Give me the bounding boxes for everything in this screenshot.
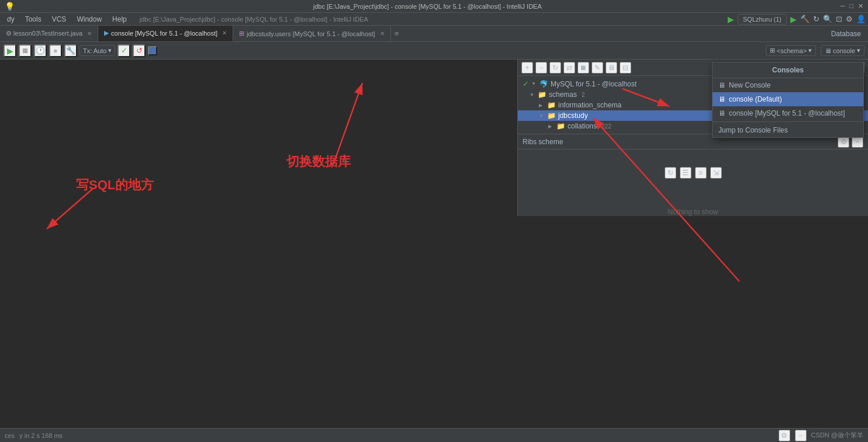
consoles-title: Consoles [713, 62, 863, 78]
consoles-item-mysql[interactable]: 🖥 console [MySQL for 5.1 - @localhost] [713, 106, 863, 120]
tree-icon-mysql: 🐬 [540, 80, 548, 88]
svg-line-2 [47, 188, 94, 229]
ribs-icons-row: ↻ ☰ ≡ ⇲ [518, 149, 868, 196]
tree-badge-schemas: 2 [582, 92, 585, 98]
menu-bar: dy Tools VCS Window Help jdbc [E:\Java_P… [0, 13, 868, 26]
tree-arrow-collations: ▶ [548, 124, 554, 129]
tree-arrow-info: ▶ [539, 103, 545, 108]
stop-button[interactable]: ⏹ [19, 44, 32, 57]
console-label: console [833, 47, 855, 54]
tab-overflow-btn[interactable]: ≡ [391, 26, 403, 41]
jump-console-label: Jump to Console Files [718, 126, 788, 134]
title-bar-title: jdbc [E:\Java_Project\jdbc] - console [M… [15, 3, 841, 10]
ribs-icon-group: ↻ ☰ ≡ ⇲ [665, 167, 722, 179]
color-button[interactable] [148, 46, 157, 55]
top-right-toolbar: ▶ SQLzhuru (1) ▶ 🔨 ↻ 🔍 ⊡ ⚙ 👤 [728, 14, 866, 25]
run-btn-icon[interactable]: ▶ [790, 15, 797, 24]
consoles-item-default[interactable]: 🖥 console (Default) [713, 92, 863, 106]
tabs-bar: ⚙ lesson03\TestInsert.java ✕ ▶ console [… [0, 26, 868, 42]
status-minus-btn[interactable]: − [795, 430, 807, 441]
status-left: ces y in 2 s 168 ms [5, 432, 63, 439]
tab-testinsert[interactable]: ⚙ lesson03\TestInsert.java ✕ [0, 26, 98, 41]
new-console-icon: 🖥 [718, 81, 725, 89]
tree-arrow-root: ▼ [531, 81, 537, 86]
db-edit-btn[interactable]: ✎ [592, 62, 603, 74]
ribs-list-btn[interactable]: ☰ [680, 167, 691, 179]
title-bar: 💡 jdbc [E:\Java_Project\jdbc] - console … [0, 0, 868, 13]
close-button[interactable]: ✕ [858, 2, 863, 10]
db-remove-btn[interactable]: − [535, 62, 547, 74]
run-button[interactable]: ▶ [4, 44, 16, 57]
schema-chevron: ▾ [808, 47, 812, 54]
run-icon[interactable]: ▶ [728, 15, 734, 24]
console-selector[interactable]: 🖥 console ▾ Consoles 🖥 New Console 🖥 con… [821, 45, 864, 56]
tree-arrow-schemas: ▼ [530, 92, 535, 98]
tab-jdbcstudy-label: jdbcstudy.users [MySQL for 5.1 - @localh… [247, 30, 375, 37]
maximize-button[interactable]: □ [849, 2, 853, 10]
search-icon[interactable]: 🔍 [823, 15, 832, 23]
editor-area[interactable]: 写SQL的地方 切换数据库 [0, 60, 517, 428]
wrench-button[interactable]: 🔧 [64, 44, 77, 57]
status-brand: CSDN @做个笨羊 [811, 431, 863, 440]
user-icon[interactable]: 👤 [856, 15, 866, 23]
default-console-icon: 🖥 [718, 95, 725, 103]
ribs-list2-btn[interactable]: ≡ [695, 167, 707, 179]
db-sync-btn[interactable]: ⇄ [563, 62, 575, 74]
schema-label: <schema> [777, 47, 807, 54]
commit-button[interactable]: ✓ [117, 44, 130, 57]
editor-content[interactable]: 写SQL的地方 切换数据库 [0, 60, 517, 428]
tab-database-label[interactable]: Database [824, 26, 868, 41]
build-icon[interactable]: 🔨 [800, 15, 810, 23]
svg-line-3 [333, 83, 362, 165]
console-chevron: ▾ [857, 47, 860, 54]
menu-item-help[interactable]: Help [108, 14, 132, 25]
tree-icon-info: 📁 [547, 101, 556, 109]
ribs-refresh-btn[interactable]: ↻ [665, 167, 676, 179]
tab-jdbcstudy-close[interactable]: ✕ [380, 30, 385, 37]
db-refresh-btn[interactable]: ↻ [549, 62, 561, 74]
title-bar-controls: ─ □ ✕ [841, 2, 863, 10]
tab-console-close[interactable]: ✕ [222, 30, 227, 36]
tab-console-label: console [MySQL for 5.1 - @localhost] [111, 30, 217, 37]
rollback-button[interactable]: ↺ [133, 44, 146, 57]
menu-item-tools[interactable]: Tools [20, 14, 46, 25]
status-text1: ces [5, 432, 15, 439]
tree-icon-schemas: 📁 [538, 91, 547, 99]
tree-icon-jdbc: 📁 [547, 112, 556, 120]
new-console-label: New Console [729, 81, 770, 89]
menu-item-app[interactable]: dy [2, 14, 19, 25]
dot-button[interactable]: ● [49, 44, 62, 57]
tree-label-jdbc: jdbcstudy [558, 112, 588, 120]
default-console-label: console (Default) [729, 95, 782, 103]
menu-item-vcs[interactable]: VCS [47, 14, 71, 25]
status-text2: y in 2 s 168 ms [19, 432, 63, 439]
tab-console[interactable]: ▶ console [MySQL for 5.1 - @localhost] ✕ [98, 26, 233, 41]
schema-icon: ⊞ [770, 47, 775, 54]
tree-checkmark: ✓ [523, 79, 529, 88]
consoles-item-new[interactable]: 🖥 New Console [713, 78, 863, 92]
consoles-separator [713, 121, 863, 122]
tab-testinsert-close[interactable]: ✕ [87, 30, 92, 37]
ribs-title: Ribs scheme [523, 138, 563, 146]
status-gear-btn[interactable]: ⚙ [779, 430, 790, 441]
tab-jdbcstudy[interactable]: ⊞ jdbcstudy.users [MySQL for 5.1 - @loca… [233, 26, 391, 41]
tx-dropdown[interactable]: Tx: Auto ▾ [79, 45, 115, 56]
schema-selector[interactable]: ⊞ <schema> ▾ [766, 45, 816, 56]
tx-chevron: ▾ [108, 47, 112, 54]
minimize-button[interactable]: ─ [841, 2, 845, 10]
app-icon: 💡 [5, 2, 15, 11]
ribs-expand-btn[interactable]: ⇲ [710, 167, 722, 179]
db-filter-btn[interactable]: ⊟ [620, 62, 631, 74]
nothing-to-show: Nothing to show [518, 208, 868, 216]
consoles-item-jump[interactable]: Jump to Console Files [713, 123, 863, 137]
tab-testinsert-label: ⚙ lesson03\TestInsert.java [6, 30, 82, 37]
settings-top-icon[interactable]: ⚙ [846, 15, 853, 23]
db-add-btn[interactable]: + [521, 62, 533, 74]
db-console-icon-btn[interactable]: 🖥 [606, 62, 617, 74]
db-stop-btn[interactable]: ⏹ [577, 62, 589, 74]
toggle-icon[interactable]: ⊡ [836, 15, 842, 23]
menu-item-window[interactable]: Window [72, 14, 106, 25]
update-icon[interactable]: ↻ [813, 15, 819, 23]
sqlzhuru-dropdown[interactable]: SQLzhuru (1) [738, 14, 787, 25]
history-button[interactable]: 🕐 [34, 44, 47, 57]
